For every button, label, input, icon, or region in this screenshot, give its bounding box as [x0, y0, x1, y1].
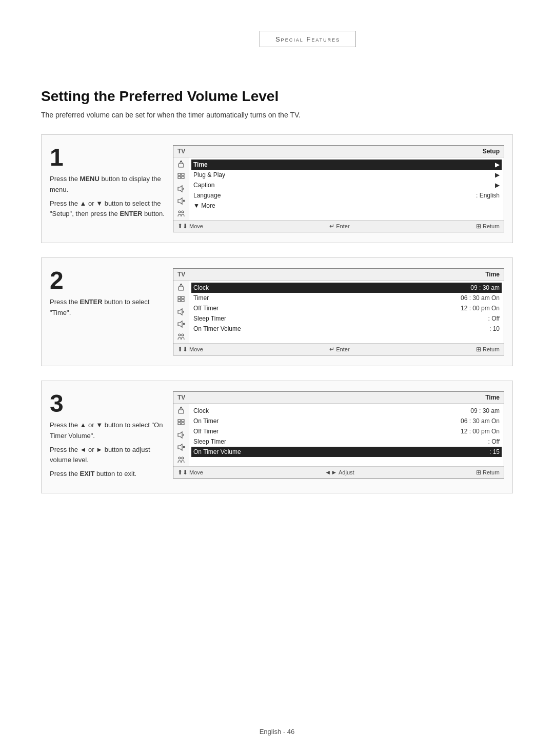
tv-row-label-1-1: Plug & Play — [193, 171, 495, 178]
tv-footer-label-3-0: Move — [189, 469, 203, 475]
step-3-instr-0: Press the ▲ or ▼ button to select "On Ti… — [50, 420, 165, 442]
tv-footer-icon-3-2: ⊞ — [476, 469, 481, 476]
svg-point-40 — [179, 457, 181, 459]
tv-header-1: TVSetup — [173, 146, 504, 157]
tv-screen-1: TVSetup Time▶Plug & Play▶Caption▶Languag… — [173, 145, 504, 232]
tv-row-label-3-2: Off Timer — [193, 428, 461, 435]
tv-row-label-1-3: Language — [193, 192, 476, 199]
tv-row-value-2-2: 12 : 00 pm On — [461, 305, 500, 312]
svg-rect-4 — [178, 173, 181, 175]
tv-footer-item-2-0: ⬆⬇Move — [177, 346, 203, 353]
tv-row-3-0: Clock09 : 30 am — [193, 406, 500, 416]
tv-row-label-3-0: Clock — [193, 407, 470, 414]
svg-rect-28 — [179, 410, 184, 413]
tv-row-label-1-2: Caption — [193, 182, 495, 189]
svg-rect-34 — [178, 423, 181, 425]
tv-row-value-2-3: : Off — [488, 315, 500, 322]
tv-row-label-2-4: On Timer Volume — [193, 325, 489, 332]
tv-row-label-3-1: On Timer — [193, 417, 461, 425]
tv-row-1-3: Language: English — [193, 190, 500, 201]
tv-content-2: Clock09 : 30 amTimer06 : 30 am OnOff Tim… — [189, 281, 504, 343]
svg-line-15 — [180, 284, 181, 287]
svg-rect-0 — [179, 164, 184, 167]
tv-icons-3 — [173, 404, 189, 466]
tv-icon-1 — [176, 295, 186, 304]
svg-rect-14 — [179, 287, 184, 290]
step-1: 1Press the MENU button to display the me… — [41, 134, 513, 243]
step-2-instr-0: Press the ENTER button to select "Time". — [50, 297, 165, 319]
tv-row-3-1: On Timer06 : 30 am On — [193, 416, 500, 426]
tv-footer-item-1-2: ⊞Return — [476, 223, 500, 230]
svg-rect-33 — [182, 420, 184, 422]
tv-screen-2: TVTime Clock09 : 30 amTimer06 : 30 am On… — [173, 268, 504, 355]
tv-icon-0 — [176, 283, 186, 292]
svg-rect-20 — [178, 300, 181, 302]
tv-row-label-3-4: On Timer Volume — [193, 448, 489, 455]
tv-row-label-2-3: Sleep Timer — [193, 315, 488, 322]
tv-row-2-1: Timer06 : 30 am On — [193, 293, 500, 303]
steps-container: 1Press the MENU button to display the me… — [41, 134, 513, 493]
tv-body-1: Time▶Plug & Play▶Caption▶Language: Engli… — [173, 157, 504, 220]
tv-icon-0 — [176, 406, 186, 415]
tv-icons-1 — [173, 157, 189, 220]
svg-line-1 — [180, 161, 181, 164]
step-3: 3Press the ▲ or ▼ button to select "On T… — [41, 381, 513, 493]
tv-row-1-4: ▼ More — [193, 201, 500, 211]
page-footer: English - 46 — [0, 728, 554, 735]
tv-row-label-1-4: ▼ More — [193, 202, 500, 209]
step-number-1: 1 — [50, 145, 165, 170]
svg-marker-8 — [178, 186, 182, 192]
tv-footer-icon-2-1: ↵ — [329, 346, 334, 353]
header-title: Special Features — [275, 35, 340, 43]
tv-header-right-1: Setup — [483, 148, 500, 155]
tv-row-value-1-0: ▶ — [495, 161, 500, 168]
tv-icon-1 — [176, 418, 186, 427]
tv-header-right-2: Time — [485, 271, 500, 278]
svg-rect-6 — [178, 176, 181, 178]
footer-text: English - 46 — [260, 728, 295, 735]
tv-icon-3 — [176, 443, 186, 452]
svg-rect-19 — [182, 296, 184, 299]
tv-row-value-1-3: : English — [476, 192, 500, 199]
tv-footer-label-2-0: Move — [189, 346, 203, 352]
tv-footer-label-1-2: Return — [483, 223, 500, 229]
tv-row-value-1-1: ▶ — [495, 171, 500, 178]
tv-footer-label-3-2: Return — [483, 469, 500, 475]
svg-point-12 — [179, 211, 181, 213]
tv-footer-label-2-2: Return — [483, 346, 500, 352]
tv-footer-label-1-1: Enter — [336, 223, 349, 229]
tv-footer-icon-2-0: ⬆⬇ — [177, 346, 188, 353]
tv-header-2: TVTime — [173, 269, 504, 281]
tv-footer-icon-1-0: ⬆⬇ — [177, 223, 188, 230]
svg-point-41 — [182, 457, 184, 459]
tv-footer-1: ⬆⬇Move↵Enter⊞Return — [173, 220, 504, 232]
tv-row-value-3-4: : 15 — [489, 448, 500, 455]
tv-header-left-1: TV — [177, 148, 185, 155]
svg-rect-18 — [178, 296, 181, 299]
tv-row-1-2: Caption▶ — [193, 180, 500, 190]
tv-icon-0 — [176, 160, 186, 169]
svg-rect-35 — [182, 423, 184, 425]
tv-row-value-3-2: 12 : 00 pm On — [461, 428, 500, 435]
svg-marker-37 — [178, 444, 182, 450]
header-box: Special Features — [260, 31, 356, 47]
step-2-left: 2Press the ENTER button to select "Time"… — [50, 268, 173, 322]
tv-footer-item-3-1: ◄►Adjust — [325, 469, 354, 476]
tv-row-2-3: Sleep Timer: Off — [193, 313, 500, 324]
tv-footer-label-2-1: Enter — [336, 346, 349, 352]
svg-rect-7 — [182, 176, 184, 178]
tv-row-value-2-1: 06 : 30 am On — [461, 294, 500, 302]
step-3-left: 3Press the ▲ or ▼ button to select "On T… — [50, 391, 173, 483]
tv-footer-item-1-0: ⬆⬇Move — [177, 223, 203, 230]
svg-rect-5 — [182, 173, 184, 175]
page-container: Special Features Setting the Preferred V… — [0, 0, 554, 756]
tv-footer-label-3-1: Adjust — [339, 469, 354, 475]
tv-row-label-1-0: Time — [193, 161, 495, 168]
svg-rect-21 — [182, 300, 184, 302]
tv-icon-3 — [176, 196, 186, 206]
tv-footer-icon-2-2: ⊞ — [476, 346, 481, 353]
svg-line-30 — [181, 407, 183, 410]
tv-icon-4 — [176, 332, 186, 341]
svg-point-27 — [182, 334, 184, 336]
tv-icon-3 — [176, 320, 186, 329]
